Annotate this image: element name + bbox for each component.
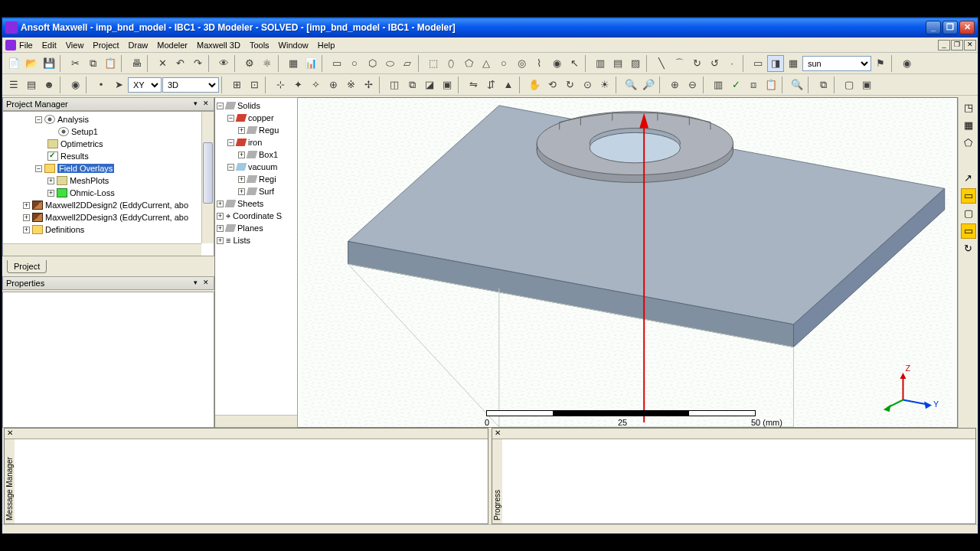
mt-regu[interactable]: Regu — [259, 126, 279, 135]
mdi-close-button[interactable]: ✕ — [964, 40, 976, 51]
menu-window[interactable]: Window — [274, 39, 313, 51]
menu-project[interactable]: Project — [88, 39, 123, 51]
snap2-button[interactable]: ✦ — [289, 77, 306, 93]
opt1-button[interactable]: ▥ — [710, 77, 727, 93]
props-button[interactable]: ▤ — [23, 77, 40, 93]
torus-icon[interactable]: ◎ — [513, 55, 530, 72]
win2-button[interactable]: ⊡ — [246, 77, 263, 93]
pointer-icon[interactable]: ↖ — [566, 55, 583, 72]
find-button[interactable]: 🔍 — [789, 77, 805, 93]
edge-select-button[interactable]: ▦ — [785, 55, 802, 72]
props-pin-button[interactable]: ▾ — [191, 279, 200, 288]
bool1-button[interactable]: ◫ — [386, 77, 403, 93]
panel-pin-button[interactable]: ▾ — [191, 99, 200, 109]
snap5-button[interactable]: ※ — [342, 77, 359, 93]
chart1-button[interactable]: ▥ — [592, 55, 609, 72]
opt3-button[interactable]: ⧈ — [745, 77, 762, 93]
chart3-button[interactable]: ▨ — [627, 55, 644, 72]
tree-design3[interactable]: Maxwell2DDesign3 (EddyCurrent, abo — [45, 213, 188, 222]
dot-icon[interactable]: • — [93, 77, 109, 93]
polygon-icon[interactable]: ⬡ — [364, 55, 381, 72]
circle-icon[interactable]: ○ — [346, 55, 363, 72]
mt-sheets[interactable]: Sheets — [237, 199, 263, 208]
validate-button[interactable]: 👁 — [215, 55, 232, 72]
cone-icon[interactable]: △ — [478, 55, 495, 72]
mdi-minimize-button[interactable]: _ — [938, 40, 950, 51]
print-button[interactable]: 🖶 — [128, 55, 145, 72]
minimize-button[interactable]: _ — [926, 21, 941, 34]
tree-button[interactable]: ☰ — [5, 77, 22, 93]
shade-select[interactable]: sun — [802, 56, 871, 71]
tree-analysis[interactable]: Analysis — [57, 115, 89, 124]
snap4-button[interactable]: ⊕ — [325, 77, 341, 93]
tree-scrollbar-h[interactable] — [3, 243, 201, 256]
rotate-button[interactable]: ⟲ — [544, 77, 560, 93]
select-button[interactable]: ▭ — [750, 55, 766, 72]
project-tree[interactable]: −Analysis Setup1 Optimetrics Results −Fi… — [2, 111, 214, 256]
mirror2-button[interactable]: ⇵ — [482, 77, 499, 93]
menu-help[interactable]: Help — [313, 39, 340, 51]
nav1-button[interactable]: ◉ — [67, 77, 83, 93]
mesh-button[interactable]: ▦ — [285, 55, 302, 72]
opt2-button[interactable]: ✓ — [727, 77, 744, 93]
stack-button[interactable]: ⧉ — [815, 77, 831, 93]
spiral-icon[interactable]: ◉ — [548, 55, 565, 72]
model-tree-scrollbar-h[interactable] — [215, 415, 297, 427]
win1-button[interactable]: ⊞ — [228, 77, 245, 93]
msg-close-button[interactable]: ✕ — [5, 429, 15, 439]
mdi-restore-button[interactable]: ❐ — [951, 40, 963, 51]
orbit-button[interactable]: ↻ — [561, 77, 578, 93]
open-button[interactable]: 📂 — [23, 55, 40, 72]
tree-setup1[interactable]: Setup1 — [71, 127, 98, 136]
report-button[interactable]: 📊 — [302, 55, 319, 72]
new-button[interactable]: 📄 — [5, 55, 22, 72]
mt-vacuum[interactable]: vacuum — [248, 162, 278, 171]
redo-button[interactable]: ↷ — [189, 55, 206, 72]
model-tree[interactable]: −Solids −copper +Regu −iron +Box1 −vacuu… — [215, 97, 298, 428]
sphere-icon[interactable]: ○ — [495, 55, 512, 72]
mag2-button[interactable]: 🔎 — [640, 77, 657, 93]
bool3-button[interactable]: ◪ — [421, 77, 438, 93]
line-icon[interactable]: ╲ — [653, 55, 670, 72]
box-icon[interactable]: ▱ — [399, 55, 416, 72]
face-select-button[interactable]: ◨ — [767, 55, 784, 72]
spline2-icon[interactable]: ↺ — [706, 55, 723, 72]
mirror1-button[interactable]: ⇋ — [465, 77, 482, 93]
ellipse-icon[interactable]: ⬭ — [381, 55, 398, 72]
light-button[interactable]: ☀ — [596, 77, 613, 93]
tree-definitions[interactable]: Definitions — [45, 225, 84, 234]
copy-button[interactable]: ⧉ — [84, 55, 101, 72]
menu-draw[interactable]: Draw — [124, 39, 153, 51]
opt4-button[interactable]: 📋 — [763, 77, 779, 93]
mag1-button[interactable]: 🔍 — [622, 77, 639, 93]
rt-highlight2-button[interactable]: ▭ — [961, 223, 976, 239]
rect-icon[interactable]: ▭ — [328, 55, 345, 72]
mt-planes[interactable]: Planes — [237, 223, 263, 233]
mt-surf[interactable]: Surf — [259, 187, 274, 196]
panel-close-button[interactable]: ✕ — [201, 99, 211, 109]
rt-shape-icon[interactable]: ⬠ — [961, 135, 976, 151]
props-close-button[interactable]: ✕ — [201, 279, 211, 288]
pan-button[interactable]: ✋ — [526, 77, 543, 93]
arrow-icon[interactable]: ➤ — [110, 77, 127, 93]
view1-button[interactable]: ▢ — [841, 77, 858, 93]
chart2-button[interactable]: ▤ — [609, 55, 626, 72]
maximize-button[interactable]: ❐ — [942, 21, 958, 34]
plane-select[interactable]: XY — [128, 77, 162, 93]
zoom1-button[interactable]: ⊕ — [666, 77, 683, 93]
spin-button[interactable]: ⊙ — [579, 77, 596, 93]
close-button[interactable]: ✕ — [959, 21, 975, 34]
rt-grid-icon[interactable]: ▦ — [961, 118, 976, 133]
prog-close-button[interactable]: ✕ — [492, 429, 503, 439]
tree-results[interactable]: Results — [60, 152, 89, 161]
menu-maxwell3d[interactable]: Maxwell 3D — [192, 39, 245, 51]
snap6-button[interactable]: ✢ — [360, 77, 377, 93]
rt-mid-button[interactable]: ▢ — [961, 206, 976, 221]
about-button[interactable]: ◉ — [898, 55, 915, 72]
tree-field-overlays[interactable]: Field Overlays — [57, 164, 114, 173]
mt-regi[interactable]: Regi — [259, 174, 276, 184]
analyze-button[interactable]: ⚛ — [259, 55, 276, 72]
arc-icon[interactable]: ⌒ — [671, 55, 688, 72]
mode-select[interactable]: 3D — [162, 77, 219, 93]
bool2-button[interactable]: ⧉ — [403, 77, 420, 93]
